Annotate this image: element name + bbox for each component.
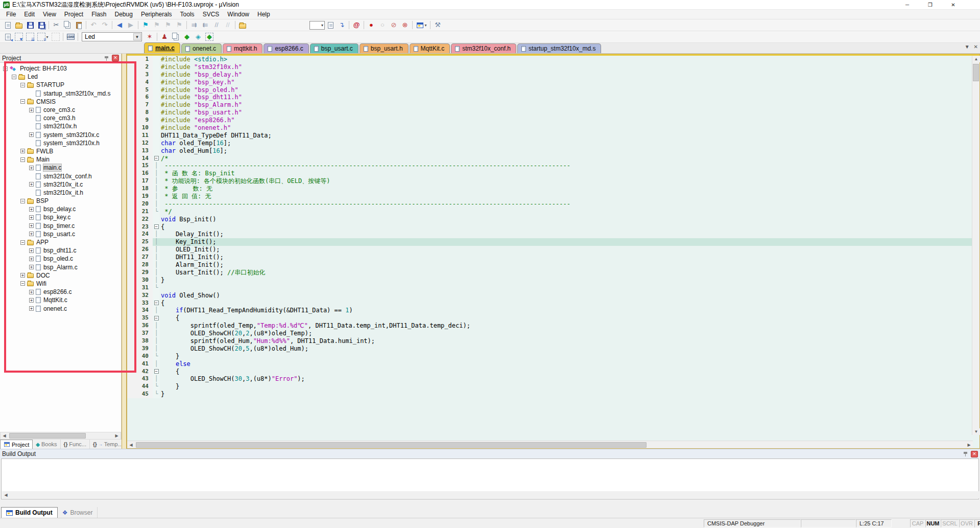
file-extensions-icon[interactable] <box>170 32 181 42</box>
code-area[interactable]: 1#include <stdio.h>2#include "stm32f10x.… <box>127 56 973 435</box>
fold-margin[interactable]: − <box>153 314 160 322</box>
editor-vscrollbar[interactable]: ▲ ▼ <box>972 56 979 435</box>
menu-svcs[interactable]: SVCS <box>199 10 224 18</box>
scroll-right-icon[interactable]: ▶ <box>113 432 121 439</box>
expand-icon[interactable]: + <box>29 248 34 253</box>
menu-edit[interactable]: Edit <box>20 10 39 18</box>
tree-item-stm32f10x-it-c[interactable]: +stm32f10x_it.c <box>0 180 121 189</box>
clear-bookmarks-icon[interactable]: ⚑ <box>174 20 185 30</box>
tree-item-bsp-oled-c[interactable]: +bsp_oled.c <box>0 255 121 263</box>
tab-list-dropdown-icon[interactable]: ▼ <box>965 44 970 50</box>
close-panel-icon[interactable]: ✕ <box>971 451 978 457</box>
menu-debug[interactable]: Debug <box>111 10 137 18</box>
expand-icon[interactable]: + <box>20 149 25 153</box>
collapse-icon[interactable]: − <box>12 75 16 79</box>
menu-tools[interactable]: Tools <box>176 10 199 18</box>
tree-item-app[interactable]: −APP <box>0 238 121 246</box>
tree-item-startup-stm32f10x-md-s[interactable]: startup_stm32f10x_md.s <box>0 89 121 98</box>
tree-item-bsp-delay-c[interactable]: +bsp_delay.c <box>0 205 121 213</box>
scroll-left-icon[interactable]: ◀ <box>1 432 8 439</box>
scroll-up-icon[interactable]: ▲ <box>972 56 980 62</box>
undo-icon[interactable]: ↶ <box>88 20 99 30</box>
code-editor[interactable]: 1#include <stdio.h>2#include "stm32f10x.… <box>127 54 980 449</box>
find-in-files-icon[interactable] <box>237 20 248 30</box>
scroll-down-icon[interactable]: ▼ <box>972 428 980 435</box>
tree-item-fwlb[interactable]: +FWLB <box>0 147 121 155</box>
minimize-button[interactable]: ─ <box>896 0 919 10</box>
expand-icon[interactable]: + <box>29 265 34 269</box>
editor-tab-startup-stm32f10x-md-s[interactable]: startup_stm32f10x_md.s <box>517 43 601 53</box>
tree-item-main-c[interactable]: +main.c <box>0 164 121 172</box>
toggle-breakpoint-icon[interactable]: ● <box>366 20 377 30</box>
collapse-icon[interactable]: − <box>20 83 25 87</box>
tree-item-stm32f10x-it-h[interactable]: stm32f10x_it.h <box>0 189 121 197</box>
panel-tab-func---[interactable]: {}Func... <box>61 440 90 449</box>
new-file-icon[interactable] <box>2 20 13 30</box>
build-icon[interactable]: ▼ <box>13 32 25 42</box>
tree-item-project--bh-f103[interactable]: −◆◆Project: BH-F103 <box>0 64 121 73</box>
dropdown-arrow-icon[interactable]: ▾ <box>424 23 426 28</box>
dropdown-arrow-icon[interactable]: ▾ <box>46 35 48 39</box>
output-tab-browser[interactable]: ❖Browser <box>58 507 98 518</box>
collapse-icon[interactable]: − <box>20 99 25 104</box>
expand-icon[interactable]: + <box>20 273 25 278</box>
tree-item-cmsis[interactable]: −CMSIS <box>0 98 121 106</box>
expand-icon[interactable]: + <box>29 290 34 294</box>
tree-item-bsp-key-c[interactable]: +bsp_key.c <box>0 213 121 221</box>
fold-collapse-icon[interactable]: − <box>154 301 159 305</box>
expand-icon[interactable]: + <box>29 298 34 303</box>
expand-icon[interactable]: + <box>29 215 34 220</box>
editor-tab-stm32f10x-conf-h[interactable]: stm32f10x_conf.h <box>451 43 516 53</box>
scroll-left-icon[interactable]: ◀ <box>127 442 135 448</box>
insert-bookmark-icon[interactable]: ⚑ <box>140 20 151 30</box>
collapse-icon[interactable]: − <box>20 199 25 203</box>
output-tab-build-output[interactable]: Build Output <box>1 507 58 518</box>
scroll-thumb[interactable] <box>136 442 647 448</box>
menu-window[interactable]: Window <box>223 10 253 18</box>
uncomment-icon[interactable]: // <box>222 20 233 30</box>
tree-item-bsp[interactable]: −BSP <box>0 197 121 205</box>
paste-icon[interactable] <box>73 20 84 30</box>
pin-icon[interactable] <box>963 451 968 457</box>
expand-icon[interactable]: + <box>29 132 34 137</box>
expand-icon[interactable]: + <box>29 108 34 112</box>
copy-icon[interactable] <box>62 20 73 30</box>
target-select-combo[interactable]: Led▼ <box>82 32 142 41</box>
translate-file-icon[interactable]: ◂ <box>2 32 13 42</box>
fold-margin[interactable]: − <box>153 155 160 163</box>
indent-icon[interactable]: ⇉ <box>188 20 200 30</box>
fold-margin[interactable]: − <box>153 300 160 307</box>
open-file-icon[interactable] <box>13 20 25 30</box>
scroll-left-icon[interactable]: ◀ <box>2 492 10 498</box>
tree-item-system-stm32f10x-c[interactable]: +system_stm32f10x.c <box>0 131 121 139</box>
download-icon[interactable]: LOAD <box>65 32 76 42</box>
pack-installer-icon[interactable]: ◆ <box>204 32 215 42</box>
project-tree-hscrollbar[interactable]: ◀ ▶ <box>0 432 121 440</box>
panel-tab-project[interactable]: Project <box>0 440 33 449</box>
close-panel-icon[interactable]: ✕ <box>112 55 119 61</box>
tree-item-bsp-timer-c[interactable]: +bsp_timer.c <box>0 222 121 230</box>
manage-project-items-icon[interactable]: ♟ <box>159 32 170 42</box>
navigate-back-icon[interactable]: ◀ <box>114 20 125 30</box>
editor-tab-onenet-c[interactable]: onenet.c <box>181 43 222 53</box>
scroll-right-icon[interactable]: ▶ <box>965 442 973 448</box>
tree-item-doc[interactable]: +DOC <box>0 271 121 280</box>
tree-item-wifi[interactable]: −Wifi <box>0 280 121 288</box>
menu-flash[interactable]: Flash <box>87 10 110 18</box>
collapse-icon[interactable]: − <box>20 240 25 245</box>
editor-hscrollbar[interactable]: ◀ ▶ <box>127 441 973 448</box>
fold-collapse-icon[interactable]: − <box>154 156 159 160</box>
tree-item-mqttkit-c[interactable]: +MqttKit.c <box>0 296 121 304</box>
tree-item-esp8266-c[interactable]: +esp8266.c <box>0 288 121 296</box>
target-options-icon[interactable]: ✶ <box>144 32 155 42</box>
fold-margin[interactable]: − <box>153 223 160 231</box>
scroll-thumb[interactable] <box>973 64 979 81</box>
editor-tab-mqttkit-h[interactable]: mqttkit.h <box>223 43 262 53</box>
menu-file[interactable]: File <box>2 10 20 18</box>
tree-item-main[interactable]: −Main <box>0 155 121 164</box>
panel-splitter[interactable] <box>122 54 127 449</box>
tree-item-core-cm3-h[interactable]: core_cm3.h <box>0 114 121 122</box>
tree-item-system-stm32f10x-h[interactable]: system_stm32f10x.h <box>0 139 121 147</box>
tree-item-led[interactable]: −Led <box>0 73 121 81</box>
scroll-thumb[interactable] <box>9 433 86 439</box>
